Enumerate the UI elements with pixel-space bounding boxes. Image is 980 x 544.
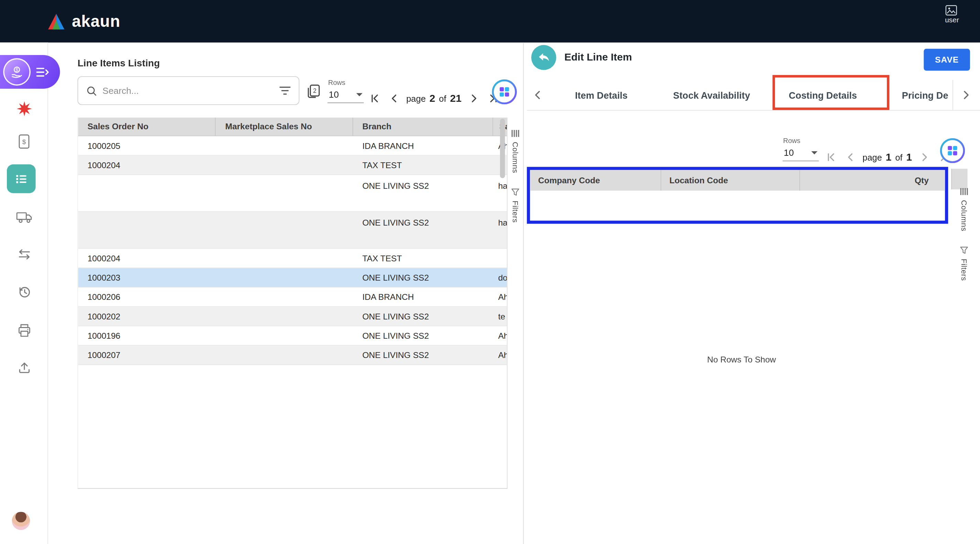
save-button[interactable]: SAVE: [924, 49, 970, 71]
table-row[interactable]: 1000204 TAX TEST: [78, 156, 507, 175]
history-clock-icon: [16, 285, 32, 299]
next-page-button[interactable]: [467, 90, 481, 106]
columns-panel-tab[interactable]: Columns: [511, 128, 520, 175]
tabs-scroll-left-button[interactable]: [528, 80, 547, 110]
svg-text:$: $: [16, 67, 18, 73]
sidebar-item-line-items-listing[interactable]: [7, 164, 36, 193]
cell-sales-order-no: [78, 212, 216, 248]
scrollbar[interactable]: [500, 119, 505, 178]
prev-page-button[interactable]: [387, 90, 401, 106]
cell-sales-order-no: [78, 175, 216, 211]
prev-page-button[interactable]: [843, 149, 857, 165]
sidebar-item-apps[interactable]: [0, 94, 48, 124]
chevron-right-icon: [960, 89, 972, 101]
tabs-scroll-right-button[interactable]: [953, 80, 978, 110]
tab-item-details[interactable]: Item Details: [575, 80, 628, 110]
rows-value: 10: [329, 89, 339, 99]
col-header-qty[interactable]: Qty: [800, 170, 945, 191]
cell-sales-order-no: 1000204: [78, 249, 216, 267]
truck-icon: [16, 210, 32, 224]
sidebar-item-invoice[interactable]: $: [0, 126, 48, 156]
cell-clipped: ha: [493, 175, 507, 211]
table-row[interactable]: 1000202 ONE LIVING SS2 te: [78, 307, 507, 326]
profile-avatar[interactable]: [12, 512, 30, 530]
user-avatar[interactable]: user: [945, 5, 959, 24]
sidebar-item-upload[interactable]: [0, 353, 48, 382]
first-page-button[interactable]: [824, 149, 838, 165]
table-row[interactable]: 1000196 ONE LIVING SS2 Ah: [78, 326, 507, 345]
funnel-icon: [960, 246, 968, 255]
sidebar-item-history[interactable]: [0, 277, 48, 307]
col-header-branch[interactable]: Branch: [353, 118, 493, 136]
broken-image-icon: [945, 5, 957, 16]
tab-costing-details[interactable]: Costing Details: [789, 80, 857, 110]
cell-branch: ONE LIVING SS2: [353, 326, 493, 345]
filters-panel-tab[interactable]: Filters: [511, 187, 520, 224]
cell-branch: ONE LIVING SS2: [353, 345, 493, 364]
sales-module-button[interactable]: $: [3, 58, 30, 86]
rows-label: Rows: [328, 79, 345, 86]
chevron-left-icon: [845, 152, 855, 162]
columns-icon: [511, 129, 520, 138]
next-page-button[interactable]: [918, 149, 932, 165]
right-grid-side-strip: Columns Filters: [956, 186, 972, 282]
svg-text:2: 2: [313, 87, 317, 94]
search-filter-button[interactable]: [279, 86, 291, 95]
table-row[interactable]: 1000206 IDA BRANCH Ah: [78, 288, 507, 307]
search-input[interactable]: [102, 86, 274, 95]
cell-marketplace-sales-no: [216, 212, 353, 248]
grid-view-button[interactable]: [492, 80, 517, 105]
table-row-selected[interactable]: 1000203 ONE LIVING SS2 do: [78, 268, 507, 288]
sidebar-item-transfer[interactable]: [0, 239, 48, 269]
rows-per-page-select[interactable]: 10: [783, 146, 819, 161]
back-button[interactable]: [531, 45, 556, 70]
table-row[interactable]: ONE LIVING SS2 ha: [78, 175, 507, 212]
col-header-marketplace-sales-no[interactable]: Marketplace Sales No: [216, 118, 353, 136]
first-page-icon: [825, 152, 836, 162]
hand-money-icon: $: [10, 65, 24, 79]
first-page-button[interactable]: [368, 90, 381, 106]
col-header-location-code[interactable]: Location Code: [661, 170, 800, 191]
rows-label: Rows: [783, 137, 800, 145]
pages-button[interactable]: 2: [304, 82, 323, 101]
chevron-right-icon: [919, 152, 930, 162]
panel-divider: [523, 43, 524, 544]
table-row[interactable]: 1000207 ONE LIVING SS2 Ah: [78, 345, 507, 365]
cell-clipped: do: [493, 268, 507, 287]
table-row[interactable]: 1000205 IDA BRANCH Ah: [78, 136, 507, 156]
tabs-bar: Item Details Stock Availability Costing …: [527, 80, 980, 110]
col-header-sales-order-no[interactable]: Sales Order No: [78, 118, 216, 136]
sidebar-expand-button[interactable]: [30, 58, 54, 86]
logo-text: akaun: [72, 12, 120, 31]
rows-per-page-select[interactable]: 10: [327, 88, 363, 103]
cell-clipped: ha: [493, 212, 507, 248]
cell-sales-order-no: 1000204: [78, 156, 216, 175]
col-header-company-code[interactable]: Company Code: [530, 170, 661, 191]
cell-marketplace-sales-no: [216, 156, 353, 175]
filter-list-icon: [279, 86, 291, 95]
table-row[interactable]: 1000204 TAX TEST: [78, 249, 507, 268]
cell-marketplace-sales-no: [216, 136, 353, 155]
columns-panel-tab[interactable]: Columns: [960, 186, 968, 233]
chevron-left-icon: [388, 93, 399, 103]
table-row[interactable]: ONE LIVING SS2 ha: [78, 212, 507, 249]
cell-clipped: Ah: [493, 326, 507, 345]
tab-pricing-details[interactable]: Pricing De: [902, 80, 953, 110]
annotation-blue-box: Company Code Location Code Qty: [527, 167, 948, 224]
filters-panel-tab[interactable]: Filters: [960, 245, 968, 282]
chevron-right-icon: [469, 93, 479, 103]
cell-marketplace-sales-no: [216, 326, 353, 345]
invoice-icon: $: [17, 134, 31, 149]
pagination: page 2 of 21: [368, 87, 500, 109]
sidebar-item-delivery[interactable]: [0, 202, 48, 232]
cell-branch: ONE LIVING SS2: [353, 268, 493, 287]
cell-marketplace-sales-no: [216, 307, 353, 326]
cell-branch: TAX TEST: [353, 156, 493, 175]
sidebar-item-print[interactable]: [0, 315, 48, 345]
tab-stock-availability[interactable]: Stock Availability: [673, 80, 750, 110]
cell-branch: TAX TEST: [353, 249, 493, 267]
akaun-logo[interactable]: akaun: [46, 0, 121, 43]
grid-view-button[interactable]: [940, 138, 965, 163]
grid-icon: [498, 86, 511, 98]
cell-marketplace-sales-no: [216, 249, 353, 267]
